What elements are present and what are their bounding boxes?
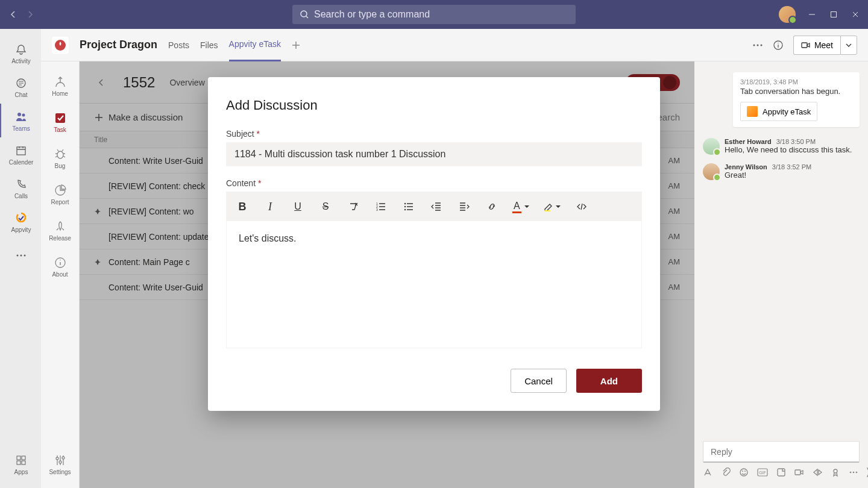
svg-point-41 (404, 206, 406, 207)
rail-apps[interactable]: Apps (0, 447, 41, 481)
meet-dropdown[interactable] (840, 36, 857, 55)
chat-icon (14, 76, 28, 90)
channel-tabbar: Project Dragon Posts Files Appvity eTask… (41, 29, 868, 61)
content-editor[interactable]: Let's discuss. (227, 221, 641, 348)
svg-point-4 (22, 113, 25, 116)
info-icon[interactable] (773, 40, 784, 51)
rail-teams[interactable]: Teams (0, 104, 41, 137)
avatar[interactable] (703, 163, 720, 180)
tab-files[interactable]: Files (200, 29, 218, 61)
svg-point-36 (856, 472, 858, 474)
apps-icon (14, 453, 28, 468)
svg-rect-1 (831, 12, 837, 17)
ordered-list-button[interactable]: 123 (374, 199, 388, 214)
svg-rect-32 (795, 470, 800, 475)
app-chip[interactable]: Appvity eTask (740, 102, 817, 121)
svg-point-6 (17, 255, 19, 257)
bold-button[interactable]: B (235, 199, 250, 214)
sr-settings[interactable]: Settings (41, 446, 80, 482)
svg-rect-10 (22, 456, 25, 460)
window-close[interactable] (850, 9, 861, 20)
sr-about[interactable]: About (41, 248, 80, 284)
svg-point-0 (301, 11, 307, 17)
task-icon (53, 111, 68, 125)
editor-toolbar: B I U S 123 A (227, 192, 641, 221)
rail-chat[interactable]: Chat (0, 70, 41, 104)
svg-point-16 (760, 44, 762, 46)
svg-point-14 (753, 44, 755, 46)
more-icon (14, 248, 28, 263)
more-icon[interactable] (752, 44, 763, 46)
praise-icon[interactable] (831, 468, 840, 477)
attach-icon[interactable] (721, 468, 731, 477)
svg-rect-9 (17, 456, 20, 460)
content-label: Content * (226, 178, 642, 188)
strike-button[interactable]: S (318, 199, 333, 214)
avatar[interactable] (703, 138, 720, 155)
outdent-button[interactable] (429, 199, 444, 214)
code-button[interactable] (574, 199, 589, 214)
home-icon (53, 75, 68, 89)
meet-button[interactable]: Meet (793, 36, 840, 55)
add-discussion-modal: Add Discussion Subject * Content * B I U… (208, 77, 660, 411)
svg-point-26 (740, 469, 747, 476)
nav-back[interactable] (7, 8, 19, 20)
sr-home[interactable]: Home (41, 67, 80, 104)
appvity-icon (14, 211, 28, 225)
bell-icon (14, 42, 28, 57)
rocket-icon (53, 219, 68, 234)
add-button[interactable]: Add (576, 369, 642, 393)
sr-report[interactable]: Report (41, 176, 80, 212)
svg-text:GIF: GIF (759, 471, 766, 475)
meet-now-icon[interactable] (794, 468, 804, 477)
team-name: Project Dragon (80, 39, 157, 51)
rail-more[interactable] (0, 239, 41, 272)
user-avatar[interactable] (779, 6, 796, 23)
svg-point-7 (20, 255, 22, 257)
bullet-list-button[interactable] (401, 199, 416, 214)
rail-calls[interactable]: Calls (0, 171, 41, 205)
format-icon[interactable] (703, 468, 712, 477)
sticker-icon[interactable] (776, 468, 786, 477)
tab-posts[interactable]: Posts (168, 29, 189, 61)
team-avatar[interactable] (52, 37, 69, 54)
svg-rect-43 (544, 210, 550, 211)
svg-point-15 (756, 44, 758, 46)
appvity-icon (747, 106, 758, 117)
svg-point-22 (56, 457, 58, 460)
reply-input[interactable] (703, 441, 860, 463)
tab-add[interactable] (292, 29, 300, 61)
svg-point-20 (57, 151, 63, 158)
app-subrail: Home Task Bug Report Release About Setti… (41, 61, 80, 488)
svg-rect-12 (22, 461, 25, 465)
rail-activity[interactable]: Activity (0, 36, 41, 70)
rail-calendar[interactable]: Calender (0, 137, 41, 171)
highlight-button[interactable] (543, 199, 561, 214)
sr-release[interactable]: Release (41, 212, 80, 248)
svg-rect-31 (778, 469, 785, 476)
calendar-icon (14, 143, 28, 158)
emoji-icon[interactable] (739, 468, 749, 477)
clear-format-button[interactable] (346, 199, 360, 214)
cancel-button[interactable]: Cancel (511, 369, 567, 393)
gif-icon[interactable]: GIF (757, 468, 768, 477)
font-color-button[interactable]: A (512, 199, 530, 214)
link-button[interactable] (485, 199, 499, 214)
svg-rect-5 (17, 147, 25, 155)
nav-forward[interactable] (24, 8, 36, 20)
global-search[interactable]: Search or type a command (292, 5, 576, 24)
more-icon[interactable] (849, 471, 858, 474)
italic-button[interactable]: I (263, 199, 277, 214)
window-minimize[interactable] (807, 9, 817, 20)
indent-button[interactable] (457, 199, 471, 214)
stream-icon[interactable] (813, 468, 822, 477)
tab-appvity-etask[interactable]: Appvity eTask (229, 29, 281, 61)
svg-text:3: 3 (376, 208, 378, 211)
svg-point-27 (742, 471, 743, 472)
window-maximize[interactable] (828, 9, 839, 20)
underline-button[interactable]: U (291, 199, 305, 214)
rail-appvity[interactable]: Appvity (0, 205, 41, 239)
sr-task[interactable]: Task (41, 104, 80, 140)
subject-input[interactable] (226, 142, 642, 166)
sr-bug[interactable]: Bug (41, 140, 80, 176)
